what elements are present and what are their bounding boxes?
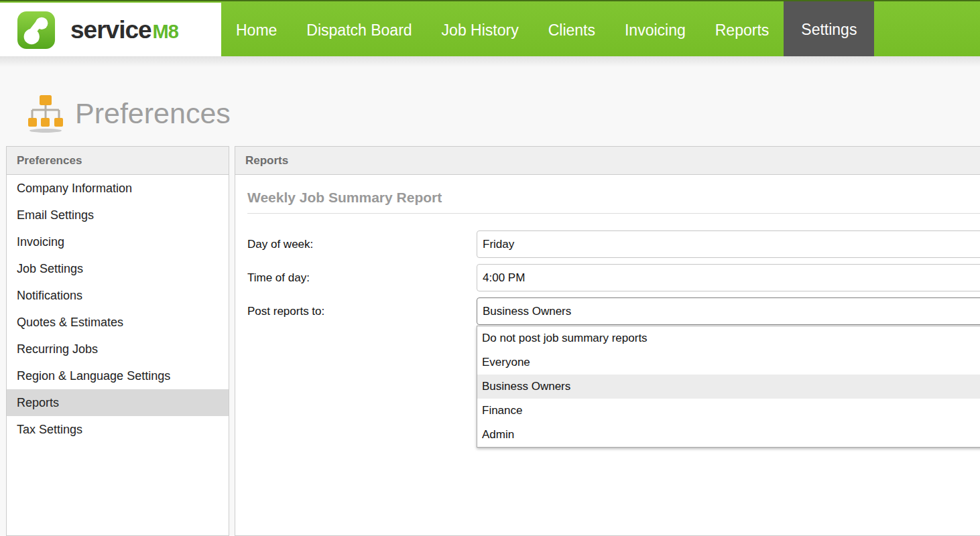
time-of-day-label: Time of day: bbox=[247, 271, 477, 285]
post-reports-to-dropdown: Do not post job summary reports Everyone… bbox=[477, 326, 980, 448]
sidebar-item-notifications[interactable]: Notifications bbox=[7, 282, 229, 309]
servicem8-wordmark: service M8 bbox=[70, 16, 178, 44]
nav-item-settings[interactable]: Settings bbox=[784, 1, 874, 58]
form-row-post-reports-to: Post reports to: Business Owners bbox=[247, 297, 980, 325]
post-reports-to-select[interactable]: Business Owners bbox=[477, 297, 980, 325]
sidebar-item-tax-settings[interactable]: Tax Settings bbox=[7, 416, 229, 443]
servicem8-logo-icon bbox=[17, 11, 56, 50]
org-chart-preferences-icon bbox=[25, 92, 66, 134]
dropdown-option-everyone[interactable]: Everyone bbox=[477, 350, 980, 375]
sidebar-item-recurring-jobs[interactable]: Recurring Jobs bbox=[7, 336, 229, 362]
sidebar-item-company-information[interactable]: Company Information bbox=[7, 175, 229, 202]
sidebar-item-quotes-estimates[interactable]: Quotes & Estimates bbox=[7, 309, 229, 336]
dropdown-option-business-owners[interactable]: Business Owners bbox=[477, 375, 980, 399]
page-title: Preferences bbox=[75, 97, 231, 130]
sidebar-item-region-language-settings[interactable]: Region & Language Settings bbox=[7, 362, 229, 389]
dropdown-option-do-not-post[interactable]: Do not post job summary reports bbox=[477, 326, 980, 350]
preferences-sidebar: Preferences Company Information Email Se… bbox=[6, 146, 229, 536]
nav-item-home[interactable]: Home bbox=[221, 3, 292, 58]
page-head: Preferences bbox=[25, 92, 231, 134]
form-row-time-of-day: Time of day: 4:00 PM bbox=[247, 264, 980, 291]
sidebar-item-invoicing[interactable]: Invoicing bbox=[7, 228, 229, 255]
nav-item-job-history[interactable]: Job History bbox=[427, 3, 534, 58]
reports-panel: Reports Weekly Job Summary Report Day of… bbox=[235, 146, 980, 536]
nav-item-reports[interactable]: Reports bbox=[700, 3, 784, 58]
sidebar-item-reports[interactable]: Reports bbox=[7, 389, 229, 416]
main-nav: Home Dispatch Board Job History Clients … bbox=[221, 3, 980, 58]
form-row-day-of-week: Day of week: Friday bbox=[247, 230, 980, 258]
nav-item-clients[interactable]: Clients bbox=[534, 3, 610, 58]
day-of-week-select[interactable]: Friday bbox=[477, 230, 980, 258]
section-divider bbox=[247, 213, 980, 214]
sidebar-item-email-settings[interactable]: Email Settings bbox=[7, 202, 229, 228]
top-navigation-bar: service M8 Home Dispatch Board Job Histo… bbox=[0, 0, 980, 56]
post-reports-to-label: Post reports to: bbox=[247, 305, 477, 318]
servicem8-brand[interactable]: service M8 bbox=[0, 3, 221, 58]
wordmark-m8: M8 bbox=[153, 21, 178, 43]
wordmark-service: service bbox=[70, 16, 151, 44]
reports-panel-header: Reports bbox=[235, 147, 980, 175]
time-of-day-select[interactable]: 4:00 PM bbox=[477, 264, 980, 291]
dropdown-option-finance[interactable]: Finance bbox=[477, 399, 980, 423]
header-shadow bbox=[0, 56, 980, 67]
nav-item-dispatch-board[interactable]: Dispatch Board bbox=[292, 3, 426, 58]
day-of-week-label: Day of week: bbox=[247, 238, 477, 251]
sidebar-header: Preferences bbox=[7, 147, 229, 175]
servicem8-settings-page: service M8 Home Dispatch Board Job Histo… bbox=[0, 0, 980, 536]
sidebar-item-job-settings[interactable]: Job Settings bbox=[7, 255, 229, 282]
section-title: Weekly Job Summary Report bbox=[247, 190, 442, 206]
dropdown-option-admin[interactable]: Admin bbox=[477, 423, 980, 447]
nav-item-invoicing[interactable]: Invoicing bbox=[610, 3, 700, 58]
